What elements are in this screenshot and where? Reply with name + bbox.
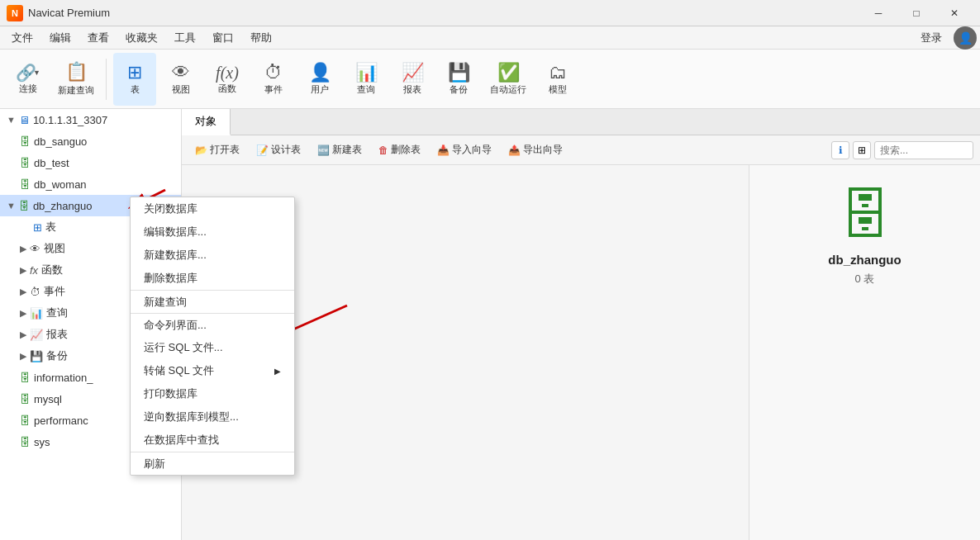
delete-table-label: 删除表: [391, 143, 421, 157]
backups-icon: 💾: [30, 350, 43, 362]
grid-btn[interactable]: ⊞: [853, 141, 871, 159]
event-icon: ⏱: [264, 62, 283, 83]
content-panel: 对象 📂 打开表 📝 设计表 🆕 新建表 🗑 删除表 📥 导入向导: [182, 109, 980, 540]
menu-help[interactable]: 帮助: [242, 27, 280, 49]
titlebar: N Navicat Premium ─ □ ✕: [0, 0, 980, 26]
tool-connect[interactable]: 🔗 ▼ 连接: [7, 53, 50, 106]
tool-event[interactable]: ⏱ 事件: [252, 53, 295, 106]
sidebar-db-sanguo[interactable]: 🗄 db_sanguo: [0, 130, 181, 152]
tool-query-label: 查询: [357, 83, 375, 96]
db-icon: 🗄: [20, 135, 31, 148]
db-zhanguo-icon: 🗄: [19, 200, 30, 212]
import-label: 导入向导: [452, 143, 492, 157]
user-avatar[interactable]: 👤: [954, 26, 977, 50]
function-icon: f(x): [216, 64, 239, 83]
ctx-print-db[interactable]: 打印数据库: [131, 382, 294, 405]
sidebar-connection[interactable]: ▼ 🖥 10.1.1.31_3307: [0, 109, 181, 130]
tool-user[interactable]: 👤 用户: [298, 53, 341, 106]
menu-window[interactable]: 窗口: [204, 27, 242, 49]
btn-export-wizard[interactable]: 📤 导出向导: [502, 140, 569, 159]
menu-favorites[interactable]: 收藏夹: [117, 27, 166, 49]
connection-label: 10.1.1.31_3307: [33, 114, 174, 126]
info-right: 🗄 db_zhanguo 0 表: [749, 165, 980, 540]
db-icon: 🗄: [20, 178, 31, 191]
search-input[interactable]: [874, 141, 973, 159]
new-table-label: 新建表: [332, 143, 362, 157]
tool-function[interactable]: f(x) 函数: [206, 53, 249, 106]
ctx-new-db[interactable]: 新建数据库...: [131, 244, 294, 267]
views-icon: 👁: [30, 243, 40, 255]
export-label: 导出向导: [523, 143, 563, 157]
context-menu: 关闭数据库 编辑数据库... 新建数据库... 删除数据库 新建查询 命令列界面…: [130, 197, 295, 476]
tool-auto-run[interactable]: ✅ 自动运行: [483, 53, 533, 106]
menu-view[interactable]: 查看: [79, 27, 117, 49]
tool-model[interactable]: 🗂 模型: [536, 53, 579, 106]
tool-view[interactable]: 👁 视图: [159, 53, 202, 106]
export-icon: 📤: [508, 144, 521, 156]
model-icon: 🗂: [549, 62, 567, 83]
submenu-arrow-icon: ▶: [274, 367, 281, 376]
tool-new-query[interactable]: 📋 新建查询: [53, 53, 99, 106]
expand-icon-queries: ▶: [20, 308, 26, 319]
login-button[interactable]: 登录: [914, 29, 949, 47]
tool-new-query-label: 新建查询: [58, 84, 94, 97]
close-button[interactable]: ✕: [935, 0, 973, 26]
tab-objects[interactable]: 对象: [182, 109, 231, 135]
sidebar-db-woman[interactable]: 🗄 db_woman: [0, 173, 181, 195]
design-table-label: 设计表: [271, 143, 301, 157]
open-table-label: 打开表: [210, 143, 240, 157]
btn-open-table[interactable]: 📂 打开表: [188, 140, 246, 159]
ctx-run-sql[interactable]: 运行 SQL 文件...: [131, 336, 294, 359]
sidebar-db-test[interactable]: 🗄 db_test: [0, 152, 181, 173]
minimize-button[interactable]: ─: [859, 0, 897, 26]
ctx-cmd-line[interactable]: 命令列界面...: [131, 313, 294, 336]
expand-icon-events: ▶: [20, 287, 26, 297]
content-action-bar: 📂 打开表 📝 设计表 🆕 新建表 🗑 删除表 📥 导入向导 📤 导出向: [182, 135, 980, 165]
auto-run-icon: ✅: [497, 62, 520, 83]
content-header: 对象: [182, 109, 980, 135]
tables-icon: ⊞: [33, 221, 42, 234]
tool-query[interactable]: 📊 查询: [345, 53, 388, 106]
tool-auto-run-label: 自动运行: [490, 83, 526, 96]
expand-icon-funcs: ▶: [20, 265, 26, 276]
table-icon: ⊞: [127, 62, 142, 83]
tool-table[interactable]: ⊞ 表: [113, 53, 156, 106]
queries-icon: 📊: [30, 307, 43, 320]
tool-table-label: 表: [131, 83, 140, 96]
ctx-new-query[interactable]: 新建查询: [131, 290, 294, 313]
btn-delete-table[interactable]: 🗑 删除表: [372, 140, 427, 159]
info-panel: 🗄 db_zhanguo 0 表: [182, 165, 980, 540]
tool-model-label: 模型: [549, 83, 567, 96]
login-area: 登录 👤: [914, 26, 977, 50]
tool-backup[interactable]: 💾 备份: [437, 53, 480, 106]
menu-tools[interactable]: 工具: [166, 27, 204, 49]
view-icon: 👁: [172, 62, 190, 83]
ctx-find-in-db[interactable]: 在数据库中查找: [131, 429, 294, 452]
menu-edit[interactable]: 编辑: [41, 27, 79, 49]
expand-icon-zhanguo: ▼: [7, 201, 16, 211]
db-test-label: db_test: [34, 157, 174, 169]
design-table-icon: 📝: [256, 144, 269, 156]
events-icon: ⏱: [30, 286, 40, 298]
maximize-button[interactable]: □: [897, 0, 935, 26]
btn-design-table[interactable]: 📝 设计表: [250, 140, 307, 159]
tool-report[interactable]: 📈 报表: [391, 53, 434, 106]
menu-file[interactable]: 文件: [3, 27, 41, 49]
ctx-reverse-db[interactable]: 逆向数据库到模型...: [131, 405, 294, 429]
toolbar-divider-1: [106, 59, 107, 100]
report-icon: 📈: [402, 62, 424, 83]
db-name-display: db_zhanguo: [828, 253, 901, 267]
db-sanguo-label: db_sanguo: [34, 135, 174, 148]
ctx-refresh[interactable]: 刷新: [131, 452, 294, 475]
ctx-delete-db[interactable]: 删除数据库: [131, 267, 294, 290]
btn-new-table[interactable]: 🆕 新建表: [311, 140, 369, 159]
import-icon: 📥: [437, 144, 450, 156]
tool-function-label: 函数: [218, 83, 236, 95]
ctx-close-db[interactable]: 关闭数据库: [131, 197, 294, 220]
app-title: Navicat Premium: [28, 7, 859, 19]
ctx-dump-sql[interactable]: 转储 SQL 文件 ▶: [131, 359, 294, 382]
btn-import-wizard[interactable]: 📥 导入向导: [431, 140, 498, 159]
tool-connect-label: 连接: [19, 83, 37, 95]
ctx-edit-db[interactable]: 编辑数据库...: [131, 220, 294, 244]
info-btn[interactable]: ℹ: [831, 141, 849, 159]
